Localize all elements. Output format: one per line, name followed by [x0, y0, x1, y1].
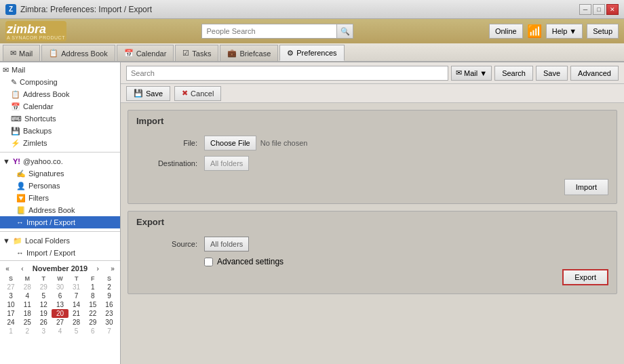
- people-search-icon-button[interactable]: 🔍: [337, 24, 353, 39]
- maximize-button[interactable]: □: [593, 4, 605, 15]
- import-button[interactable]: Import: [564, 179, 608, 195]
- tab-address-book[interactable]: 📋 Address Book: [41, 45, 115, 61]
- calendar-day[interactable]: 9: [101, 291, 117, 300]
- calendar-day[interactable]: 6: [85, 327, 101, 336]
- export-button[interactable]: Export: [562, 269, 608, 285]
- calendar-day[interactable]: 2: [19, 327, 35, 336]
- choose-file-button[interactable]: Choose File: [204, 136, 256, 150]
- calendar-prev-button[interactable]: ‹: [18, 264, 27, 273]
- calendar-day[interactable]: 1: [85, 283, 101, 291]
- address-book-tab-icon: 📋: [49, 49, 58, 58]
- calendar-day[interactable]: 30: [101, 318, 117, 327]
- logo-inner: zimbra A SYNACOR PRODUCT: [7, 23, 65, 40]
- sidebar-item-address-book[interactable]: 📋 Address Book: [0, 88, 120, 100]
- sidebar-item-yahoo-address-book[interactable]: 📒 Address Book: [0, 204, 120, 216]
- sidebar-item-zimlets[interactable]: ⚡ Zimlets: [0, 137, 120, 149]
- search-button[interactable]: Search: [494, 66, 533, 81]
- tab-calendar[interactable]: 📅 Calendar: [117, 45, 174, 61]
- advanced-button[interactable]: Advanced: [570, 66, 619, 81]
- calendar-day[interactable]: 23: [101, 309, 117, 318]
- calendar-next-next-button[interactable]: »: [108, 264, 117, 273]
- sidebar-item-backups[interactable]: 💾 Backups: [0, 125, 120, 137]
- sidebar-item-composing[interactable]: ✎ Composing: [0, 76, 120, 88]
- content-search-input[interactable]: [126, 66, 448, 81]
- help-button[interactable]: Help ▼: [546, 24, 583, 39]
- sidebar-item-calendar[interactable]: 📅 Calendar: [0, 100, 120, 113]
- calendar-day[interactable]: 15: [85, 300, 101, 309]
- calendar-day[interactable]: 11: [19, 300, 35, 309]
- sidebar-item-filters[interactable]: 🔽 Filters: [0, 192, 120, 204]
- action-cancel-button[interactable]: ✖ Cancel: [174, 86, 221, 101]
- calendar-day[interactable]: 27: [52, 318, 68, 327]
- calendar-day[interactable]: 13: [52, 300, 68, 309]
- sidebar-main-section: ✉ Mail ✎ Composing 📋 Address Book 📅 Cale…: [0, 62, 120, 150]
- calendar-day[interactable]: 24: [3, 318, 19, 327]
- title-bar-left: Z Zimbra: Preferences: Import / Export: [5, 4, 152, 15]
- sidebar-import-export-label: Import / Export: [26, 218, 75, 226]
- sidebar-item-personas[interactable]: 👤 Personas: [0, 180, 120, 192]
- destination-button[interactable]: All folders: [204, 156, 249, 171]
- calendar-day[interactable]: 7: [101, 327, 117, 336]
- sidebar-yahoo-account[interactable]: ▼ Y! @yahoo.co.: [0, 155, 120, 167]
- calendar-day[interactable]: 4: [52, 327, 68, 336]
- calendar-day[interactable]: 3: [35, 327, 52, 336]
- tab-mail[interactable]: ✉ Mail: [3, 45, 40, 61]
- local-folders-icon: 📁: [13, 237, 22, 245]
- close-button[interactable]: ✕: [606, 4, 619, 15]
- sidebar-signatures-label: Signatures: [28, 169, 64, 178]
- signatures-icon: ✍: [16, 169, 26, 178]
- calendar-day[interactable]: 25: [19, 318, 35, 327]
- calendar-day[interactable]: 10: [3, 300, 19, 309]
- calendar-day[interactable]: 5: [35, 291, 52, 300]
- online-button[interactable]: Online: [489, 24, 523, 39]
- main-layout: ✉ Mail ✎ Composing 📋 Address Book 📅 Cale…: [0, 62, 624, 364]
- calendar-day[interactable]: 19: [35, 309, 52, 318]
- calendar-day[interactable]: 1: [3, 327, 19, 336]
- calendar-day[interactable]: 7: [69, 291, 85, 300]
- calendar-day[interactable]: 8: [85, 291, 101, 300]
- action-save-button[interactable]: 💾 Save: [126, 86, 170, 101]
- title-bar-controls[interactable]: ─ □ ✕: [579, 4, 619, 15]
- title-bar: Z Zimbra: Preferences: Import / Export ─…: [0, 0, 624, 19]
- calendar-day[interactable]: 26: [35, 318, 52, 327]
- calendar-day[interactable]: 21: [69, 309, 85, 318]
- calendar-day[interactable]: 27: [3, 283, 19, 291]
- people-search-input[interactable]: [206, 27, 332, 35]
- calendar-day[interactable]: 5: [69, 327, 85, 336]
- setup-button[interactable]: Setup: [587, 24, 619, 39]
- advanced-settings-checkbox[interactable]: [204, 258, 213, 266]
- calendar-day[interactable]: 29: [35, 283, 52, 291]
- sidebar-local-folders[interactable]: ▼ 📁 Local Folders: [0, 235, 120, 247]
- tab-briefcase[interactable]: 💼 Briefcase: [220, 45, 278, 61]
- briefcase-tab-label: Briefcase: [239, 49, 271, 58]
- sidebar-item-mail[interactable]: ✉ Mail: [0, 64, 120, 76]
- calendar-day[interactable]: 31: [69, 283, 85, 291]
- calendar-day[interactable]: 12: [35, 300, 52, 309]
- sidebar-item-import-export[interactable]: ↔ Import / Export: [0, 216, 120, 228]
- calendar-day[interactable]: 4: [19, 291, 35, 300]
- calendar-day[interactable]: 30: [52, 283, 68, 291]
- calendar-day[interactable]: 22: [85, 309, 101, 318]
- sidebar-item-shortcuts[interactable]: ⌨ Shortcuts: [0, 113, 120, 125]
- minimize-button[interactable]: ─: [579, 4, 591, 15]
- calendar-day[interactable]: 18: [19, 309, 35, 318]
- calendar-day[interactable]: 6: [52, 291, 68, 300]
- calendar-day[interactable]: 20: [52, 309, 68, 318]
- calendar-day[interactable]: 2: [101, 283, 117, 291]
- calendar-day[interactable]: 28: [19, 283, 35, 291]
- calendar-prev-prev-button[interactable]: «: [3, 264, 12, 273]
- sidebar-item-local-import-export[interactable]: ↔ Import / Export: [0, 247, 120, 259]
- sidebar-item-signatures[interactable]: ✍ Signatures: [0, 167, 120, 180]
- calendar-day[interactable]: 17: [3, 309, 19, 318]
- tab-tasks[interactable]: ☑ Tasks: [175, 45, 218, 61]
- calendar-day[interactable]: 16: [101, 300, 117, 309]
- source-button[interactable]: All folders: [204, 237, 249, 251]
- save-search-button[interactable]: Save: [536, 66, 568, 81]
- calendar-next-button[interactable]: ›: [93, 264, 102, 273]
- calendar-day[interactable]: 28: [69, 318, 85, 327]
- calendar-day[interactable]: 14: [69, 300, 85, 309]
- tab-preferences[interactable]: ⚙ Preferences: [279, 45, 344, 61]
- mail-dropdown-button[interactable]: ✉ Mail ▼: [451, 66, 492, 81]
- calendar-day[interactable]: 3: [3, 291, 19, 300]
- calendar-day[interactable]: 29: [85, 318, 101, 327]
